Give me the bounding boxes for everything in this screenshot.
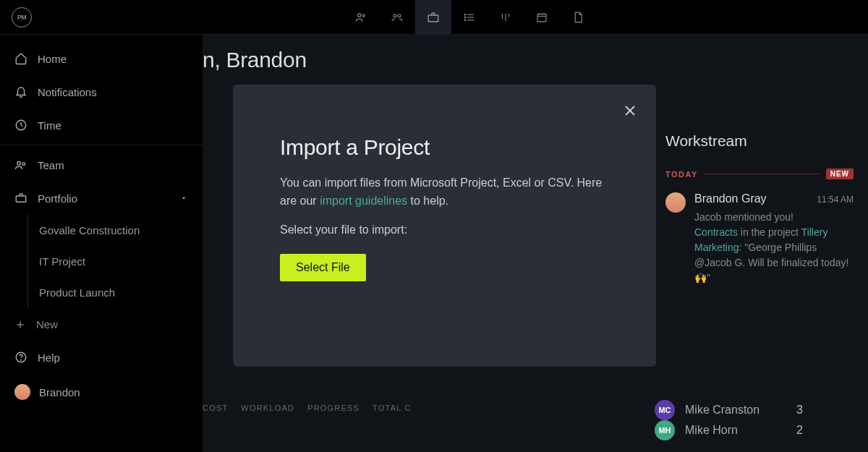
- clock-icon: [14, 119, 27, 132]
- team-list: MC Mike Cranston 3 MH Mike Horn 2: [655, 400, 807, 440]
- column-headers: COST WORKLOAD PROGRESS TOTAL C: [203, 404, 412, 412]
- workstream-title: Workstream: [665, 132, 854, 150]
- list-icon[interactable]: [451, 0, 488, 35]
- today-label: TODAY: [665, 170, 698, 179]
- document-icon[interactable]: [560, 0, 596, 35]
- sidebar-sub-productlaunch[interactable]: Product Launch: [0, 277, 203, 308]
- team-row[interactable]: MH Mike Horn 2: [655, 420, 807, 440]
- briefcase-icon: [14, 192, 27, 205]
- modal-text-post: to help.: [407, 195, 448, 207]
- sidebar-time-label: Time: [38, 119, 61, 132]
- svg-point-9: [464, 17, 466, 18]
- ws-line1: Jacob mentioned you!: [694, 211, 793, 223]
- modal-title: Import a Project: [280, 135, 609, 160]
- new-badge: NEW: [826, 169, 854, 179]
- team-icon[interactable]: [379, 0, 415, 35]
- team-name: Mike Horn: [685, 424, 738, 437]
- logo[interactable]: PM: [12, 7, 32, 27]
- svg-point-2: [393, 14, 396, 17]
- import-project-modal: Import a Project You can import files fr…: [233, 85, 656, 367]
- board-icon[interactable]: [488, 0, 524, 35]
- svg-point-25: [21, 359, 22, 360]
- select-file-button[interactable]: Select File: [280, 254, 366, 281]
- team-name: Mike Cranston: [685, 404, 760, 417]
- page-title: n, Brandon: [203, 35, 868, 72]
- svg-point-10: [464, 20, 466, 21]
- sidebar-team-label: Team: [38, 159, 64, 171]
- sidebar-team[interactable]: Team: [0, 148, 203, 182]
- avatar: [14, 384, 30, 400]
- svg-point-3: [398, 14, 401, 17]
- sidebar-user-label: Brandon: [39, 386, 80, 398]
- sidebar-notifications[interactable]: Notifications: [0, 75, 203, 108]
- modal-select-prompt: Select your file to import:: [280, 223, 609, 236]
- svg-point-20: [22, 163, 25, 166]
- svg-point-19: [17, 162, 21, 166]
- workstream-item-body: Brandon Gray 11:54 AM Jacob mentioned yo…: [694, 192, 854, 286]
- workstream-item[interactable]: Brandon Gray 11:54 AM Jacob mentioned yo…: [665, 192, 854, 286]
- team-row[interactable]: MC Mike Cranston 3: [655, 400, 807, 420]
- sidebar-notifications-label: Notifications: [38, 86, 97, 98]
- workstream-panel: Workstream TODAY NEW Brandon Gray 11:54 …: [665, 132, 868, 286]
- avatar: MH: [655, 420, 675, 440]
- sidebar-sub-itproject[interactable]: IT Project: [0, 246, 203, 277]
- sidebar-portfolio[interactable]: Portfolio: [0, 182, 203, 215]
- svg-rect-21: [16, 196, 26, 202]
- sidebar-user[interactable]: Brandon: [0, 374, 203, 410]
- calendar-icon[interactable]: [524, 0, 560, 35]
- svg-rect-4: [428, 15, 438, 22]
- close-icon: [621, 102, 639, 119]
- top-bar: PM: [0, 0, 868, 35]
- import-guidelines-link[interactable]: import guidelines: [320, 195, 407, 207]
- svg-point-8: [464, 14, 466, 15]
- sidebar-new[interactable]: New: [0, 308, 203, 341]
- sidebar-home[interactable]: Home: [0, 42, 203, 75]
- bell-icon: [14, 85, 27, 98]
- sidebar-help[interactable]: Help: [0, 341, 203, 374]
- sidebar-home-label: Home: [38, 53, 67, 65]
- sidebar-time[interactable]: Time: [0, 108, 203, 142]
- briefcase-icon[interactable]: [415, 0, 451, 35]
- people-icon[interactable]: [343, 0, 379, 35]
- chevron-down-icon: [179, 194, 188, 202]
- plus-icon: [14, 319, 26, 331]
- sidebar-portfolio-label: Portfolio: [38, 192, 77, 205]
- sidebar-new-label: New: [36, 318, 58, 331]
- svg-point-1: [362, 14, 365, 17]
- team-icon: [14, 158, 27, 171]
- svg-rect-14: [537, 14, 546, 22]
- col-workload: WORKLOAD: [241, 404, 294, 412]
- close-button[interactable]: [621, 102, 639, 119]
- col-cost: COST: [203, 404, 228, 412]
- sidebar-sub-govalle[interactable]: Govalle Construction: [0, 215, 203, 246]
- sidebar-help-label: Help: [38, 351, 60, 364]
- workstream-item-header: Brandon Gray 11:54 AM: [694, 192, 854, 205]
- team-count: 2: [796, 424, 807, 437]
- top-nav-icons: [343, 0, 596, 34]
- col-progress: PROGRESS: [307, 404, 359, 412]
- sidebar-divider: [0, 145, 203, 145]
- sidebar: Home Notifications Time Team Portfolio G…: [0, 35, 203, 452]
- svg-point-0: [358, 13, 362, 17]
- avatar: MC: [655, 400, 675, 420]
- workstream-item-name: Brandon Gray: [694, 192, 767, 205]
- divider-line: [704, 174, 820, 174]
- help-icon: [14, 351, 27, 364]
- workstream-item-text: Jacob mentioned you! Contracts in the pr…: [694, 210, 854, 286]
- home-icon: [14, 52, 27, 65]
- avatar: [665, 192, 686, 213]
- ws-link-contracts[interactable]: Contracts: [694, 226, 738, 238]
- workstream-item-time: 11:54 AM: [817, 195, 854, 205]
- col-total: TOTAL C: [373, 404, 411, 412]
- team-count: 3: [796, 404, 807, 417]
- workstream-today-divider: TODAY NEW: [665, 169, 854, 179]
- ws-mid: in the project: [738, 226, 801, 238]
- modal-description: You can import files from Microsoft Proj…: [280, 174, 609, 210]
